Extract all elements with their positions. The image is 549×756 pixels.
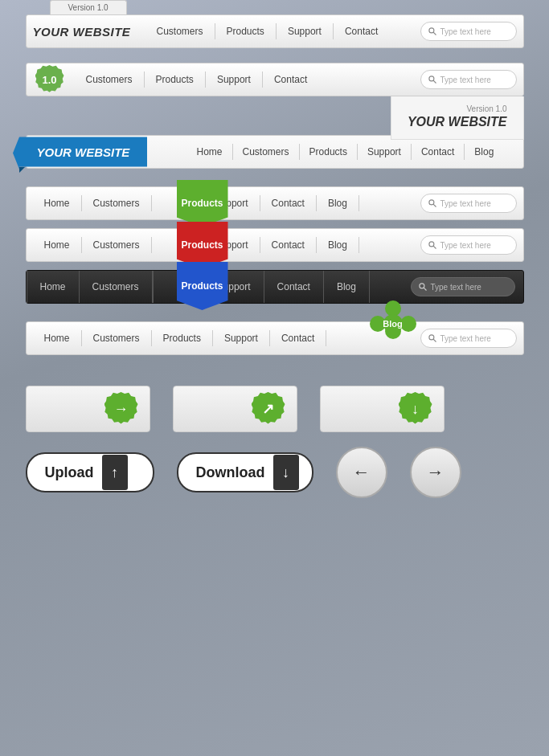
nav3-item-blog[interactable]: Blog (465, 144, 503, 160)
nav4-search-placeholder: Type text here (440, 199, 491, 208)
nav6-item-blog[interactable]: Blog (324, 271, 370, 303)
nav1-item-support[interactable]: Support (277, 23, 334, 39)
nav3-item-contact[interactable]: Contact (412, 144, 465, 160)
search-icon-4 (428, 198, 437, 208)
nav5-item-customers[interactable]: Customers (82, 237, 152, 253)
button-section: → ↗ ↓ Upload ↑ Download ↓ ← → (26, 386, 524, 498)
svg-line-1 (433, 32, 436, 35)
upload-label: Upload (45, 464, 94, 481)
nav6-item-home[interactable]: Home (27, 271, 80, 303)
svg-point-6 (428, 242, 433, 247)
svg-line-3 (433, 80, 436, 83)
dropdown-version: Version 1.0 (408, 104, 507, 113)
nav1-items: Customers Products Support Contact (145, 23, 412, 39)
nav7-search-placeholder: Type text here (440, 334, 491, 343)
nav7-item-customers[interactable]: Customers (82, 330, 152, 346)
version-label: Version 1.0 (68, 3, 109, 12)
upload-button[interactable]: Upload ↑ (26, 452, 154, 492)
nav-bar-7-wrapper: Home Customers Products Support Contact … (26, 321, 524, 355)
download-button[interactable]: Download ↓ (177, 452, 313, 492)
icon-box-down-arrow[interactable]: ↓ (320, 386, 445, 432)
svg-line-5 (433, 204, 436, 206)
nav2-item-products[interactable]: Products (145, 72, 206, 88)
nav-bar-1-wrapper: Version 1.0 YOUR WEBSITE Customers Produ… (26, 14, 524, 48)
nav6-search-placeholder: Type text here (431, 283, 481, 292)
svg-point-4 (428, 200, 433, 205)
nav-bar-4-wrapper: Home Customers Support Contact Blog Type… (26, 186, 524, 220)
nav4-item-blog[interactable]: Blog (317, 195, 359, 211)
nav6-bookmark-tab[interactable]: Products (177, 262, 228, 310)
nav1-logo: YOUR WEBSITE (33, 25, 145, 39)
svg-point-10 (428, 335, 433, 340)
nav2-search-placeholder: Type text here (440, 76, 491, 84)
svg-point-8 (419, 284, 424, 288)
svg-line-9 (424, 288, 426, 290)
nav2-item-contact[interactable]: Contact (263, 72, 318, 88)
nav-bar-5: Home Customers Support Contact Blog Type… (26, 228, 524, 262)
nav1-item-products[interactable]: Products (215, 23, 277, 39)
nav6-item-customers[interactable]: Customers (80, 271, 153, 303)
nav3-item-products[interactable]: Products (300, 144, 358, 160)
nav4-item-home[interactable]: Home (33, 195, 82, 211)
nav6-item-contact[interactable]: Contact (264, 271, 324, 303)
nav7-item-home[interactable]: Home (33, 330, 82, 346)
nav5-item-home[interactable]: Home (33, 237, 82, 253)
green-badge-right-arrow: → (104, 392, 138, 426)
nav5-item-contact[interactable]: Contact (260, 237, 317, 253)
nav2-search-box[interactable]: Type text here (420, 70, 517, 89)
nav7-item-support[interactable]: Support (213, 330, 270, 346)
nav-bar-1: YOUR WEBSITE Customers Products Support … (26, 14, 524, 48)
nav3-item-customers[interactable]: Customers (233, 144, 300, 160)
green-badge-down-arrow: ↓ (399, 392, 432, 426)
nav-bar-6: Home Customers Support Contact Blog Type… (26, 270, 524, 304)
nav4-item-customers[interactable]: Customers (82, 195, 152, 211)
nav4-bookmark-tab[interactable]: Products (177, 180, 228, 227)
nav7-item-products[interactable]: Products (152, 330, 213, 346)
nav4-search-box[interactable]: Type text here (420, 194, 517, 213)
nav5-search-placeholder: Type text here (440, 241, 491, 250)
search-icon-7 (428, 333, 437, 343)
nav1-item-customers[interactable]: Customers (145, 23, 215, 39)
nav2-items: Customers Products Support Contact (75, 72, 412, 88)
forward-button[interactable]: → (410, 447, 461, 498)
upload-arrow-icon: ↑ (102, 455, 128, 490)
nav-bar-6-wrapper: Home Customers Support Contact Blog Type… (26, 270, 524, 304)
nav6-search-box[interactable]: Type text here (411, 277, 515, 296)
nav1-search-box[interactable]: Type text here (420, 22, 517, 41)
nav5-search-box[interactable]: Type text here (420, 235, 517, 255)
nav5-bookmark-tab[interactable]: Products (177, 222, 228, 268)
svg-point-0 (428, 28, 433, 33)
nav-bar-2-wrapper: 1.0 Customers Products Support Contact T… (26, 63, 524, 96)
download-arrow-icon: ↓ (273, 455, 299, 490)
nav1-item-contact[interactable]: Contact (334, 23, 389, 39)
action-button-row: Upload ↑ Download ↓ ← → (26, 447, 524, 498)
nav7-search-box[interactable]: Type text here (420, 329, 517, 348)
nav1-search-placeholder: Type text here (440, 27, 491, 36)
search-icon (428, 27, 437, 36)
download-label: Download (196, 464, 265, 481)
clover-icon: Blog (370, 300, 416, 347)
nav2-item-support[interactable]: Support (206, 72, 263, 88)
back-button[interactable]: ← (336, 447, 387, 498)
svg-point-2 (428, 76, 433, 81)
clover-badge-wrapper: Blog (370, 300, 416, 347)
nav-bar-3-wrapper: YOUR WEBSITE Home Customers Products Sup… (26, 135, 524, 169)
clover-label: Blog (383, 319, 402, 329)
forward-arrow-icon: → (427, 462, 445, 483)
nav3-item-home[interactable]: Home (187, 144, 233, 160)
icon-box-up-arrow[interactable]: ↗ (173, 386, 297, 432)
nav4-item-contact[interactable]: Contact (260, 195, 317, 211)
nav-bar-7: Home Customers Products Support Contact … (26, 321, 524, 355)
icon-box-right-arrow[interactable]: → (26, 386, 150, 432)
nav-bar-2: Customers Products Support Contact Type … (26, 63, 524, 96)
nav3-logo: YOUR WEBSITE (19, 137, 148, 167)
search-icon-5 (428, 240, 437, 250)
green-badge-up-arrow: ↗ (252, 392, 285, 426)
nav-bar-4: Home Customers Support Contact Blog Type… (26, 186, 524, 220)
nav5-item-blog[interactable]: Blog (317, 237, 359, 253)
nav2-item-customers[interactable]: Customers (75, 72, 145, 88)
nav3-item-support[interactable]: Support (358, 144, 412, 160)
search-icon-6 (418, 282, 428, 292)
nav7-item-contact[interactable]: Contact (270, 330, 326, 346)
dropdown-logo: YOUR WEBSITE (408, 115, 507, 129)
